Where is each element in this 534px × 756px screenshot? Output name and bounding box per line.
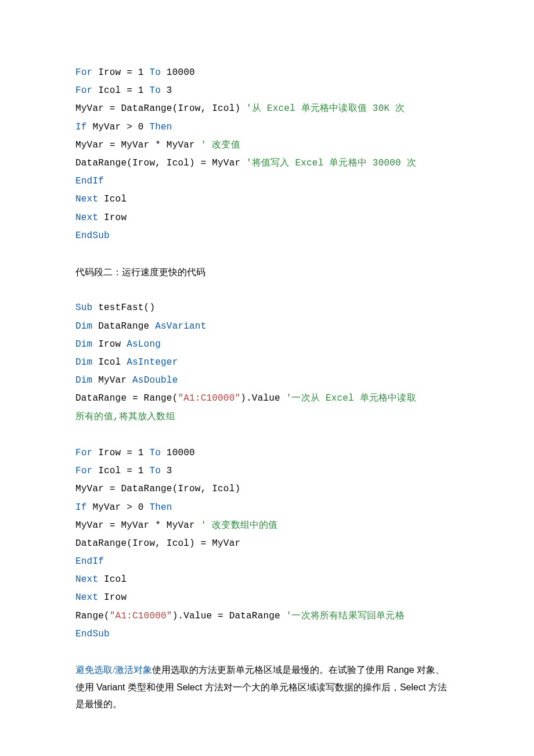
kw-for: For [75, 466, 92, 476]
kw-dim: Dim [75, 357, 92, 368]
code-line: For Icol = 1 To 3 [75, 82, 459, 100]
kw-dim: Dim [75, 321, 92, 332]
kw-as: AsInteger [127, 357, 178, 368]
code-line: DataRange(Irow, Icol) = MyVar [75, 535, 459, 553]
kw-to: To [149, 466, 161, 476]
code-line: For Irow = 1 To 10000 [75, 64, 459, 82]
kw-next: Next [75, 194, 98, 204]
code-line: EndSub [75, 227, 459, 245]
prose-line: 代码段二：运行速度更快的代码 [75, 263, 459, 281]
blank-line [75, 643, 459, 661]
kw-if: If [75, 122, 87, 132]
blank-line [75, 245, 459, 263]
term-select: Select [400, 682, 428, 692]
kw-dim: Dim [75, 339, 92, 350]
kw-to: To [149, 85, 161, 96]
code-line: Dim Irow AsLong [75, 336, 459, 354]
term-variant: Variant [96, 682, 128, 692]
comment: ' 改变数组中的值 [201, 520, 278, 531]
kw-as: AsLong [127, 339, 161, 350]
kw-next: Next [75, 574, 98, 585]
term-select: Select [176, 682, 205, 692]
code-line: Dim DataRange AsVariant [75, 318, 459, 336]
code-line: Next Irow [75, 209, 459, 227]
code-line: MyVar = DataRange(Irow, Icol) [75, 480, 459, 498]
code-line: MyVar = MyVar * MyVar ' 改变数组中的值 [75, 517, 459, 535]
code-line: Next Icol [75, 190, 459, 208]
kw-as: AsVariant [155, 321, 206, 332]
prose-paragraph: 避免选取/激活对象使用选取的方法更新单元格区域是最慢的。在试验了使用 Range… [75, 661, 459, 713]
kw-to: To [149, 67, 161, 78]
kw-then: Then [149, 502, 172, 513]
kw-endsub: EndSub [75, 629, 110, 639]
comment: '从 Excel 单元格中读取值 30K 次 [246, 103, 405, 114]
kw-next: Next [75, 592, 98, 603]
blank-line [75, 426, 459, 444]
kw-dim: Dim [75, 375, 92, 386]
kw-to: To [149, 448, 161, 458]
code-line: Dim Icol AsInteger [75, 354, 459, 372]
code-line: Next Irow [75, 589, 459, 607]
term-range: Range [387, 665, 417, 675]
string-literal: "A1:C10000" [178, 393, 240, 404]
kw-for: For [75, 67, 92, 78]
code-line: Sub testFast() [75, 299, 459, 317]
comment: '一次从 Excel 单元格中读取 [286, 393, 416, 404]
kw-next: Next [75, 213, 98, 223]
kw-endif: EndIf [75, 556, 104, 567]
code-block-2: Sub testFast() Dim DataRange AsVariant D… [75, 299, 459, 643]
comment: ' 改变值 [201, 140, 240, 150]
kw-for: For [75, 448, 92, 458]
code-line: DataRange(Irow, Icol) = MyVar '将值写入 Exce… [75, 154, 459, 172]
comment: '将值写入 Excel 单元格中 30000 次 [246, 158, 416, 168]
code-line: MyVar = MyVar * MyVar ' 改变值 [75, 136, 459, 154]
string-literal: "A1:C10000" [110, 611, 172, 621]
kw-if: If [75, 502, 87, 513]
code-line: 所有的值,将其放入数组 [75, 408, 459, 426]
code-line: EndSub [75, 625, 459, 643]
code-line: EndIf [75, 553, 459, 571]
code-line: Range("A1:C10000").Value = DataRange '一次… [75, 607, 459, 625]
code-line: If MyVar > 0 Then [75, 499, 459, 517]
code-line: DataRange = Range("A1:C10000").Value '一次… [75, 390, 459, 408]
code-line: For Irow = 1 To 10000 [75, 444, 459, 462]
kw-sub: Sub [75, 303, 92, 313]
kw-as: AsDouble [132, 375, 178, 386]
comment: '一次将所有结果写回单元格 [286, 611, 405, 621]
code-line: MyVar = DataRange(Irow, Icol) '从 Excel 单… [75, 100, 459, 118]
blank-line [75, 281, 459, 299]
kw-for: For [75, 85, 92, 96]
code-line: Next Icol [75, 571, 459, 589]
kw-then: Then [149, 122, 172, 132]
code-line: Dim MyVar AsDouble [75, 372, 459, 390]
prose-heading: 避免选取/激活对象 [75, 665, 152, 675]
code-line: If MyVar > 0 Then [75, 118, 459, 136]
kw-endif: EndIf [75, 176, 104, 186]
code-line: For Icol = 1 To 3 [75, 462, 459, 480]
comment: 所有的值,将其放入数组 [75, 412, 175, 422]
code-block-1: For Irow = 1 To 10000 For Icol = 1 To 3 … [75, 64, 459, 245]
document-page: For Irow = 1 To 10000 For Icol = 1 To 3 … [0, 0, 534, 756]
code-line: EndIf [75, 172, 459, 190]
kw-endsub: EndSub [75, 231, 110, 241]
